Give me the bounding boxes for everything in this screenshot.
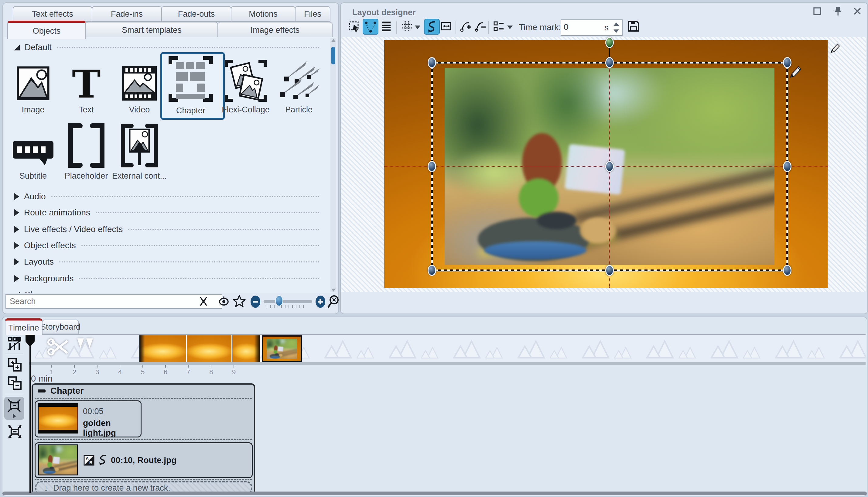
resize-handle-top-left[interactable]	[428, 57, 436, 68]
video-icon	[120, 65, 159, 102]
object-list-button[interactable]	[491, 19, 506, 33]
section-layouts[interactable]: Layouts	[14, 256, 319, 268]
layers-list-button[interactable]	[379, 19, 394, 33]
preview-canvas[interactable]	[384, 40, 828, 288]
grid-button[interactable]	[400, 19, 414, 33]
object-tile-chapter[interactable]: Chapter	[164, 55, 217, 115]
timeline-strip[interactable]	[29, 334, 866, 363]
maximize-icon[interactable]	[812, 6, 822, 16]
resize-handle-top-center[interactable]	[605, 57, 614, 68]
tab-motions[interactable]: Motions	[231, 6, 295, 22]
resize-handle-bottom-center[interactable]	[605, 265, 614, 276]
particle-icon	[278, 59, 320, 102]
strip-thumbnail-golden-light[interactable]	[140, 336, 186, 362]
toolbox-scrollbar[interactable]	[330, 38, 336, 292]
scrollbar-thumb[interactable]	[331, 47, 335, 65]
tab-storyboard[interactable]: Storyboard	[42, 320, 79, 334]
pin-icon[interactable]	[833, 5, 843, 17]
time-mark-label: Time mark:	[519, 23, 561, 32]
scroll-up-arrow[interactable]	[331, 39, 336, 42]
frame-transform-button[interactable]	[439, 19, 454, 33]
object-list-dropdown-arrow[interactable]	[507, 26, 513, 29]
object-tile-particle[interactable]: Particle	[273, 55, 325, 115]
remove-keypoint-button[interactable]	[473, 19, 488, 33]
eye-icon[interactable]	[217, 296, 230, 307]
strip-thumbnail-golden-light[interactable]	[187, 336, 231, 362]
dotted-leader	[128, 229, 319, 230]
horizontal-scrollbar[interactable]	[2, 492, 867, 495]
designer-toolbar: Time mark: s	[341, 19, 867, 37]
object-list-icon	[492, 20, 505, 32]
grid-dropdown-arrow[interactable]	[415, 26, 420, 29]
svg-text:B: B	[89, 460, 92, 465]
section-object-effects[interactable]: Object effects	[14, 239, 319, 252]
subtitle-icon	[10, 135, 56, 168]
resize-handle-middle-left[interactable]	[428, 161, 436, 172]
tab-image-effects[interactable]: Image effects	[217, 22, 333, 38]
tab-fade-ins[interactable]: Fade-ins	[92, 6, 162, 22]
clear-search-icon[interactable]	[198, 296, 209, 307]
favorites-star-icon[interactable]	[233, 295, 246, 308]
section-shapes[interactable]: Shapes	[14, 288, 319, 293]
object-tile-text[interactable]: T Text	[60, 55, 112, 115]
section-label: Layouts	[24, 257, 54, 267]
playhead-line[interactable]	[29, 346, 31, 493]
thumbnail-size-slider-track[interactable]	[264, 300, 312, 303]
chapter-group[interactable]: Chapter 00:05 golden light.jpg A	[32, 383, 255, 495]
shrink-view-button[interactable]	[4, 397, 24, 420]
enlarge-view-icon[interactable]	[7, 424, 23, 439]
tab-timeline[interactable]: Timeline	[5, 318, 43, 335]
scroll-down-arrow[interactable]	[331, 288, 336, 292]
spinner-down[interactable]	[613, 29, 619, 33]
playhead-marker[interactable]	[25, 334, 35, 347]
strip-thumbnail-golden-light[interactable]	[232, 336, 260, 362]
section-route-animations[interactable]: Route animations	[14, 207, 319, 219]
zoom-in-button[interactable]	[315, 295, 326, 309]
add-keypoint-button[interactable]	[459, 19, 473, 33]
section-default[interactable]: Default	[14, 41, 319, 54]
collapse-chapter-button[interactable]	[38, 389, 46, 393]
close-icon[interactable]	[852, 6, 863, 16]
track-separator	[34, 479, 252, 480]
select-tool-button[interactable]	[347, 19, 362, 33]
tab-fade-outs[interactable]: Fade-outs	[161, 6, 231, 22]
search-input[interactable]	[5, 294, 222, 309]
tab-smart-templates[interactable]: Smart templates	[85, 22, 218, 38]
time-mark-input[interactable]	[563, 21, 601, 33]
object-tile-placeholder[interactable]: Placeholder	[60, 122, 112, 181]
curve-tool-button[interactable]	[363, 19, 378, 34]
zoom-reset-icon[interactable]	[327, 295, 340, 309]
timeline-item-golden-light[interactable]: 00:05 golden light.jpg	[34, 400, 142, 438]
resize-handle-middle-right[interactable]	[783, 161, 792, 172]
item-label: 00:10, Route.jpg	[111, 455, 176, 465]
select-tool-icon	[348, 20, 361, 32]
save-button[interactable]	[626, 19, 641, 33]
tab-files[interactable]: Files	[295, 6, 330, 22]
spinner-up[interactable]	[613, 23, 619, 26]
timeline-item-route[interactable]: A B 00:10, Route.jpg	[34, 442, 253, 478]
cut-icon[interactable]	[47, 337, 71, 357]
center-handle[interactable]	[605, 161, 614, 172]
tab-text-effects[interactable]: Text effects	[13, 6, 92, 22]
object-tile-image[interactable]: Image	[7, 55, 59, 115]
thumbnail-size-slider-thumb[interactable]	[275, 295, 283, 306]
placeholder-icon	[65, 123, 107, 168]
section-live-effects[interactable]: Live effects / Video effects	[14, 223, 319, 236]
section-backgrounds[interactable]: Backgrounds	[14, 272, 319, 285]
resize-handle-bottom-right[interactable]	[783, 265, 792, 276]
ruler-number: 6	[164, 368, 167, 376]
insert-mode-icon[interactable]	[7, 337, 23, 351]
section-audio[interactable]: Audio	[14, 190, 319, 203]
split-icon[interactable]	[76, 338, 95, 353]
zoom-out-button[interactable]	[250, 295, 261, 309]
path-tool-button[interactable]	[424, 19, 440, 34]
tab-objects[interactable]: Objects	[7, 21, 86, 39]
object-tile-flexi-collage[interactable]: Flexi-Collage	[220, 55, 272, 115]
rotation-handle[interactable]	[605, 37, 614, 48]
resize-handle-bottom-left[interactable]	[428, 265, 436, 276]
collapse-all-icon[interactable]	[7, 375, 23, 391]
object-tile-video[interactable]: Video	[113, 55, 165, 115]
strip-thumbnail-route[interactable]	[262, 336, 302, 362]
object-tile-external-content[interactable]: External cont...	[113, 122, 165, 181]
object-tile-subtitle[interactable]: Subtitle	[7, 122, 59, 181]
